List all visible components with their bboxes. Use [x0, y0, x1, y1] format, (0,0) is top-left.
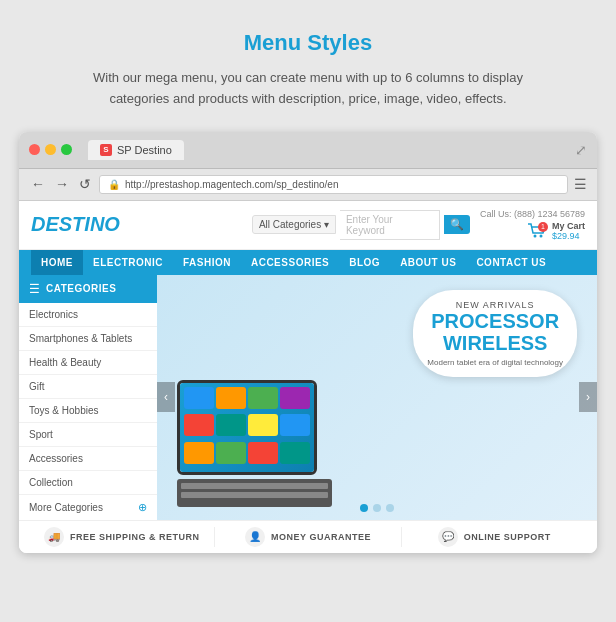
nav-item-contact[interactable]: CONTACT US	[466, 250, 556, 275]
browser-tab[interactable]: S SP Destino	[88, 140, 184, 160]
back-button[interactable]: ←	[29, 176, 47, 192]
hero-bubble: NEW ARRIVALS PROCESSOR WIRELESS Modern t…	[413, 290, 577, 377]
footer-shipping-text: FREE SHIPPING & RETURN	[70, 532, 200, 542]
tablet-keyboard	[177, 479, 332, 507]
forward-button[interactable]: →	[53, 176, 71, 192]
maximize-dot[interactable]	[61, 144, 72, 155]
search-button[interactable]: 🔍	[444, 215, 470, 234]
footer-support-text: ONLINE SUPPORT	[464, 532, 551, 542]
nav-item-electronic[interactable]: ELECTRONIC	[83, 250, 173, 275]
hero-desc: Modern tablet era of digital technology	[427, 358, 563, 367]
page-subtext: With our mega menu, you can create menu …	[68, 68, 548, 110]
browser-menu-icon[interactable]: ☰	[574, 176, 587, 192]
nav-item-fashion[interactable]: FASHION	[173, 250, 241, 275]
sidebar-more-button[interactable]: More Categories ⊕	[19, 495, 157, 520]
kb-row-2	[181, 492, 328, 498]
hero-prev-button[interactable]: ‹	[157, 382, 175, 412]
close-dot[interactable]	[29, 144, 40, 155]
tablet-app-8	[280, 414, 310, 436]
hero-title-line1: PROCESSOR	[431, 310, 559, 332]
tablet-app-11	[248, 442, 278, 464]
category-select[interactable]: All Categories ▾	[252, 215, 336, 234]
svg-point-0	[533, 234, 536, 237]
sidebar-item-toys[interactable]: Toys & Hobbies	[19, 399, 157, 423]
expand-icon[interactable]: ⤢	[575, 142, 587, 158]
footer-item-guarantee: 👤 MONEY GUARANTEE	[215, 527, 400, 547]
sidebar-item-electronics[interactable]: Electronics	[19, 303, 157, 327]
header-right: Call Us: (888) 1234 56789 1 My Cart $29.…	[480, 209, 585, 241]
sidebar-item-gift[interactable]: Gift	[19, 375, 157, 399]
nav-item-about[interactable]: ABOUT US	[390, 250, 466, 275]
tablet-app-1	[184, 387, 214, 409]
nav-item-blog[interactable]: BLOG	[339, 250, 390, 275]
page-heading: Menu Styles	[244, 30, 372, 56]
sidebar-item-smartphones[interactable]: Smartphones & Tablets	[19, 327, 157, 351]
search-input[interactable]: Enter Your Keyword	[340, 210, 440, 240]
browser-titlebar: S SP Destino ⤢	[19, 132, 597, 169]
hero-tablet-illustration	[177, 380, 337, 500]
heading-rest: Styles	[301, 30, 372, 55]
site-logo: DESTINO	[31, 213, 120, 236]
support-icon: 💬	[438, 527, 458, 547]
guarantee-icon: 👤	[245, 527, 265, 547]
svg-point-1	[539, 234, 542, 237]
kb-row-1	[181, 483, 328, 489]
tablet-screen	[180, 383, 314, 472]
sidebar-item-collection[interactable]: Collection	[19, 471, 157, 495]
tablet-app-10	[216, 442, 246, 464]
site-nav: HOME ELECTRONIC FASHION ACCESSORIES BLOG…	[19, 250, 597, 275]
cart-label: My Cart	[552, 221, 585, 231]
search-area: All Categories ▾ Enter Your Keyword 🔍	[252, 210, 470, 240]
logo-text: DESTINO	[31, 213, 120, 235]
sidebar-header-text: CATEGORIES	[46, 283, 116, 294]
heading-highlight: Menu	[244, 30, 301, 55]
call-info: Call Us: (888) 1234 56789	[480, 209, 585, 219]
search-placeholder: Enter Your Keyword	[346, 214, 393, 236]
sidebar-item-accessories[interactable]: Accessories	[19, 447, 157, 471]
sidebar-item-sport[interactable]: Sport	[19, 423, 157, 447]
browser-window: S SP Destino ⤢ ← → ↺ 🔒 http://prestashop…	[19, 132, 597, 553]
sidebar-header: ☰ CATEGORIES	[19, 275, 157, 303]
site-main: ☰ CATEGORIES Electronics Smartphones & T…	[19, 275, 597, 520]
tablet-app-4	[280, 387, 310, 409]
menu-icon: ☰	[29, 282, 40, 296]
sidebar-more-text: More Categories	[29, 502, 103, 513]
hero-dot-3[interactable]	[386, 504, 394, 512]
address-text: http://prestashop.magentech.com/sp_desti…	[125, 179, 338, 190]
cart-amount: $29.94	[552, 231, 585, 241]
hero-title: PROCESSOR WIRELESS	[427, 310, 563, 354]
browser-addressbar: ← → ↺ 🔒 http://prestashop.magentech.com/…	[19, 169, 597, 201]
browser-dots	[29, 144, 72, 155]
hero-next-button[interactable]: ›	[579, 382, 597, 412]
hero-title-line2: WIRELESS	[443, 332, 547, 354]
footer-item-support: 💬 ONLINE SUPPORT	[402, 527, 587, 547]
tab-favicon: S	[100, 144, 112, 156]
hero-dot-2[interactable]	[373, 504, 381, 512]
tablet-app-7	[248, 414, 278, 436]
cart-info[interactable]: 1 My Cart $29.94	[526, 221, 585, 241]
sidebar-more-icon: ⊕	[138, 501, 147, 514]
tablet-app-12	[280, 442, 310, 464]
tab-title: SP Destino	[117, 144, 172, 156]
shipping-icon: 🚚	[44, 527, 64, 547]
minimize-dot[interactable]	[45, 144, 56, 155]
site-header: DESTINO All Categories ▾ Enter Your Keyw…	[19, 201, 597, 250]
address-bar[interactable]: 🔒 http://prestashop.magentech.com/sp_des…	[99, 175, 568, 194]
hero-dot-1[interactable]	[360, 504, 368, 512]
site-content: DESTINO All Categories ▾ Enter Your Keyw…	[19, 201, 597, 553]
tablet-app-3	[248, 387, 278, 409]
tablet-app-6	[216, 414, 246, 436]
tablet-app-2	[216, 387, 246, 409]
sidebar: ☰ CATEGORIES Electronics Smartphones & T…	[19, 275, 157, 520]
nav-item-accessories[interactable]: ACCESSORIES	[241, 250, 339, 275]
cart-icon: 1	[526, 222, 548, 240]
cart-text: My Cart $29.94	[552, 221, 585, 241]
tablet-app-5	[184, 414, 214, 436]
footer-item-shipping: 🚚 FREE SHIPPING & RETURN	[29, 527, 214, 547]
sidebar-item-health[interactable]: Health & Beauty	[19, 351, 157, 375]
refresh-button[interactable]: ↺	[77, 176, 93, 192]
nav-item-home[interactable]: HOME	[31, 250, 83, 275]
tablet-app-9	[184, 442, 214, 464]
tablet-body	[177, 380, 317, 475]
cart-badge: 1	[538, 222, 548, 232]
